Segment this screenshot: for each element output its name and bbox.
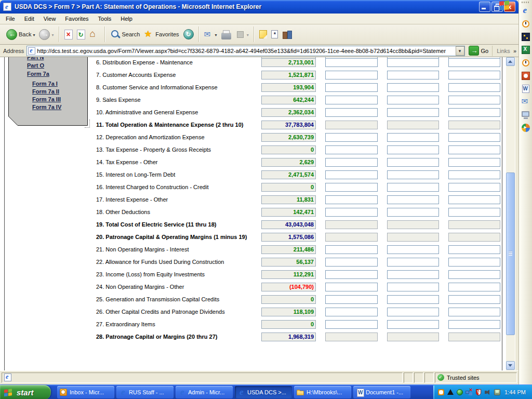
- antivirus-shield-icon[interactable]: [475, 389, 482, 396]
- row-input-col3[interactable]: [387, 208, 439, 217]
- row-input-col2[interactable]: [325, 108, 378, 117]
- row-input-col3[interactable]: [387, 121, 439, 129]
- tray-clock-icon[interactable]: [437, 389, 445, 396]
- taskbar-task[interactable]: Document1 -...: [353, 386, 410, 398]
- edit-button[interactable]: [233, 29, 251, 41]
- row-input-col3[interactable]: [387, 245, 439, 254]
- back-button[interactable]: Back: [4, 28, 37, 41]
- row-input-col3[interactable]: [387, 295, 439, 304]
- links-bar[interactable]: Links »: [492, 46, 516, 56]
- taskbar-task[interactable]: Admin - Micr...: [176, 386, 233, 398]
- toolbar-grip-handle[interactable]: [522, 2, 530, 3]
- row-input-col2[interactable]: [325, 83, 378, 92]
- search-button[interactable]: Search: [108, 28, 142, 41]
- taskbar-task[interactable]: Inbox - Micr...: [57, 386, 114, 398]
- row-input-col4[interactable]: [448, 195, 500, 204]
- row-input-col3[interactable]: [387, 133, 439, 142]
- scrollbar-thumb[interactable]: [506, 172, 515, 335]
- row-input-col4[interactable]: [448, 96, 500, 104]
- row-input-col3[interactable]: [387, 283, 439, 291]
- row-input-col4[interactable]: [448, 145, 500, 154]
- taskbar-task[interactable]: USDA DCS >...: [235, 386, 292, 398]
- home-button[interactable]: [87, 28, 102, 41]
- row-input-col2[interactable]: [325, 121, 378, 129]
- row-input-col3[interactable]: [387, 195, 439, 204]
- row-input-col3[interactable]: [387, 183, 439, 192]
- row-input-col4[interactable]: [448, 332, 500, 341]
- excel-icon[interactable]: [521, 45, 531, 55]
- menu-item[interactable]: Help: [116, 14, 137, 24]
- row-input-col4[interactable]: [448, 270, 500, 279]
- row-input-col2[interactable]: [325, 96, 378, 104]
- row-input-col3[interactable]: [387, 332, 439, 341]
- vertical-scrollbar[interactable]: [506, 57, 515, 370]
- row-input-col2[interactable]: [325, 58, 378, 67]
- row-input-col2[interactable]: [325, 208, 378, 217]
- row-input-col4[interactable]: [448, 121, 500, 129]
- row-input-col2[interactable]: [325, 233, 378, 242]
- outlook-express-icon[interactable]: [521, 97, 531, 107]
- word-icon[interactable]: [521, 84, 531, 94]
- refresh-button[interactable]: [75, 29, 87, 41]
- history-button[interactable]: [181, 28, 196, 41]
- clock-icon[interactable]: [521, 19, 531, 29]
- row-input-col4[interactable]: [448, 233, 500, 242]
- row-input-col2[interactable]: [325, 170, 378, 179]
- row-input-col3[interactable]: [387, 308, 439, 316]
- notes-button[interactable]: [257, 29, 269, 39]
- network-offline-icon[interactable]: [466, 389, 473, 396]
- row-input-col2[interactable]: [325, 270, 378, 279]
- row-input-col2[interactable]: [325, 332, 378, 341]
- stop-button[interactable]: [62, 29, 75, 41]
- menu-item[interactable]: File: [1, 14, 20, 24]
- row-input-col2[interactable]: [325, 220, 378, 229]
- green-orb-icon[interactable]: [456, 389, 463, 396]
- menu-item[interactable]: View: [39, 14, 61, 24]
- row-input-col2[interactable]: [325, 283, 378, 291]
- device-icon[interactable]: [494, 389, 501, 396]
- menu-item[interactable]: Tools: [94, 14, 116, 24]
- edit-dropdown[interactable]: [247, 31, 249, 37]
- my-computer-icon[interactable]: [521, 110, 531, 119]
- start-button[interactable]: start: [0, 385, 51, 399]
- row-input-col3[interactable]: [387, 258, 439, 267]
- clock-icon[interactable]: [521, 58, 531, 68]
- row-input-col4[interactable]: [448, 133, 500, 142]
- row-input-col3[interactable]: [387, 145, 439, 154]
- menu-item[interactable]: Edit: [20, 14, 39, 24]
- row-input-col3[interactable]: [387, 58, 439, 67]
- forward-dropdown[interactable]: [51, 31, 54, 37]
- favorites-button[interactable]: Favorites: [142, 28, 181, 41]
- internet-explorer-icon[interactable]: [521, 6, 531, 16]
- row-input-col2[interactable]: [325, 71, 378, 79]
- row-input-col3[interactable]: [387, 233, 439, 242]
- address-input[interactable]: http://dcs.test.sc.egov.usda.gov/Form7/V…: [26, 46, 464, 56]
- row-input-col3[interactable]: [387, 108, 439, 117]
- taskbar-task[interactable]: RUS Staff - ...: [116, 386, 174, 398]
- row-input-col2[interactable]: [325, 133, 378, 142]
- mail-dropdown[interactable]: [215, 31, 217, 37]
- row-input-col2[interactable]: [325, 258, 378, 267]
- row-input-col3[interactable]: [387, 320, 439, 329]
- row-input-col2[interactable]: [325, 245, 378, 254]
- taskbar-task[interactable]: H:\Mbrooks\...: [294, 386, 351, 398]
- mail-button[interactable]: [202, 28, 219, 41]
- row-input-col4[interactable]: [448, 170, 500, 179]
- media-player-icon[interactable]: [521, 123, 531, 132]
- address-dropdown[interactable]: [456, 46, 464, 56]
- row-input-col3[interactable]: [387, 83, 439, 92]
- clock[interactable]: 1:44 PM: [504, 389, 526, 395]
- dark-app-icon[interactable]: [521, 32, 531, 42]
- row-input-col3[interactable]: [387, 71, 439, 79]
- row-input-col4[interactable]: [448, 158, 500, 167]
- row-input-col4[interactable]: [448, 258, 500, 267]
- row-input-col3[interactable]: [387, 220, 439, 229]
- volume-icon[interactable]: [484, 389, 491, 396]
- row-input-col4[interactable]: [448, 245, 500, 254]
- powerpoint-icon[interactable]: [521, 71, 531, 81]
- row-input-col3[interactable]: [387, 270, 439, 279]
- row-input-col4[interactable]: [448, 220, 500, 229]
- row-input-col3[interactable]: [387, 170, 439, 179]
- back-dropdown[interactable]: [33, 31, 35, 37]
- row-input-col4[interactable]: [448, 283, 500, 291]
